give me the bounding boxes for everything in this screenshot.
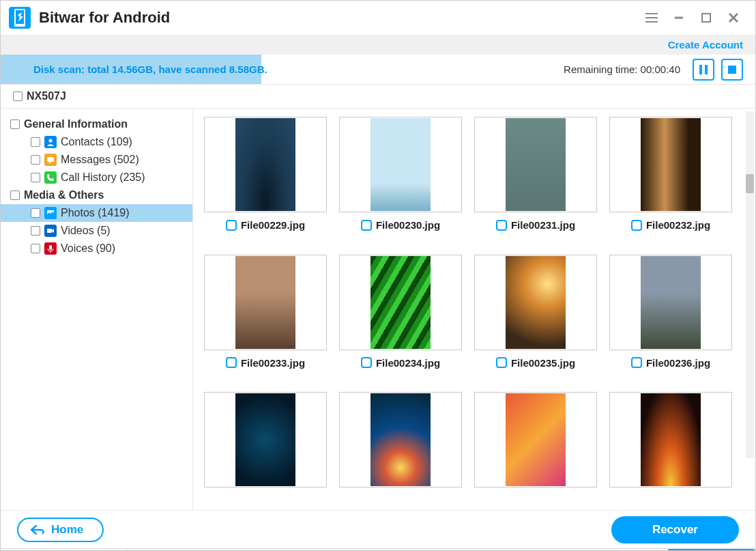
scan-progress: Disk scan: total 14.56GB, have scanned 8… (1, 55, 443, 84)
photo-cell[interactable] (473, 392, 598, 502)
photo-cell[interactable]: File00231.jpg (473, 117, 598, 245)
photos-icon (44, 207, 57, 219)
file-checkbox[interactable] (496, 220, 507, 231)
file-checkbox[interactable] (226, 220, 237, 231)
category-tree: General Information Contacts (109) Messa… (1, 109, 193, 510)
menu-icon[interactable] (638, 4, 665, 31)
photo-grid: File00229.jpg File00230.jpg File00231.jp… (193, 109, 755, 510)
device-checkbox[interactable] (13, 91, 23, 101)
scan-status-text: Disk scan: total 14.56GB, have scanned 8… (1, 63, 267, 75)
scrollbar[interactable] (746, 111, 754, 458)
tree-item-messages[interactable]: Messages (502) (1, 151, 192, 169)
back-arrow-icon (31, 525, 44, 535)
account-bar: Create Account (1, 35, 755, 55)
videos-icon (44, 225, 57, 237)
stop-button[interactable] (721, 59, 743, 81)
svg-rect-6 (702, 14, 710, 22)
svg-rect-11 (728, 66, 736, 74)
photo-cell[interactable] (203, 392, 328, 502)
voices-icon (44, 242, 57, 255)
item-checkbox[interactable] (31, 226, 40, 236)
tree-item-voices[interactable]: Voices (90) (1, 240, 192, 257)
photo-cell[interactable]: File00235.jpg (473, 255, 598, 383)
action-bar: Home Recover (1, 510, 755, 548)
minimize-icon[interactable] (665, 4, 693, 31)
svg-rect-16 (49, 245, 52, 250)
file-checkbox[interactable] (361, 220, 372, 231)
tree-group-media[interactable]: Media & Others (1, 186, 192, 204)
photo-cell[interactable]: File00234.jpg (338, 255, 463, 383)
group-checkbox[interactable] (10, 119, 20, 129)
device-row: NX507J (1, 85, 755, 109)
scrollbar-thumb[interactable] (746, 174, 754, 193)
home-button[interactable]: Home (17, 518, 104, 542)
tree-item-contacts[interactable]: Contacts (109) (1, 133, 192, 151)
tree-item-photos[interactable]: Photos (1419) (1, 204, 192, 222)
file-checkbox[interactable] (631, 357, 642, 368)
bottom-bar: Bitwar Data Recovery Bitwar for iPhone C… (1, 548, 755, 551)
file-checkbox[interactable] (226, 357, 237, 368)
contacts-icon (44, 136, 57, 148)
photo-cell[interactable] (608, 392, 733, 502)
messages-icon (44, 154, 57, 166)
close-icon[interactable] (720, 4, 747, 31)
item-checkbox[interactable] (31, 208, 40, 218)
item-checkbox[interactable] (31, 173, 40, 182)
photo-cell[interactable]: File00230.jpg (338, 117, 463, 245)
svg-rect-13 (47, 157, 54, 162)
pause-button[interactable] (693, 59, 714, 81)
file-checkbox[interactable] (361, 357, 372, 368)
scan-status-bar: Disk scan: total 14.56GB, have scanned 8… (1, 55, 755, 85)
file-checkbox[interactable] (631, 220, 642, 231)
svg-rect-9 (699, 65, 702, 74)
svg-rect-15 (47, 229, 52, 233)
item-checkbox[interactable] (31, 244, 40, 253)
recover-button[interactable]: Recover (611, 516, 739, 543)
app-logo (9, 7, 31, 29)
photo-cell[interactable]: File00232.jpg (608, 117, 733, 245)
tree-item-videos[interactable]: Videos (5) (1, 222, 192, 240)
tree-item-call-history[interactable]: Call History (235) (1, 169, 192, 186)
file-checkbox[interactable] (496, 357, 507, 368)
remaining-time: Remaining time: 00:00:40 (564, 63, 680, 75)
item-checkbox[interactable] (31, 137, 40, 147)
create-account-link[interactable]: Create Account (668, 39, 743, 51)
svg-rect-10 (705, 65, 708, 74)
maximize-icon[interactable] (693, 4, 720, 31)
device-name: NX507J (27, 90, 66, 102)
app-title: Bitwar for Android (39, 9, 170, 27)
group-checkbox[interactable] (10, 190, 20, 200)
phone-icon (44, 171, 57, 184)
item-checkbox[interactable] (31, 155, 40, 165)
photo-cell[interactable]: File00229.jpg (203, 117, 328, 245)
photo-cell[interactable]: File00236.jpg (608, 255, 733, 383)
tree-group-general[interactable]: General Information (1, 115, 192, 133)
svg-point-12 (49, 139, 53, 143)
photo-cell[interactable]: File00233.jpg (203, 255, 328, 383)
titlebar: Bitwar for Android (1, 1, 755, 35)
photo-cell[interactable] (338, 392, 463, 502)
